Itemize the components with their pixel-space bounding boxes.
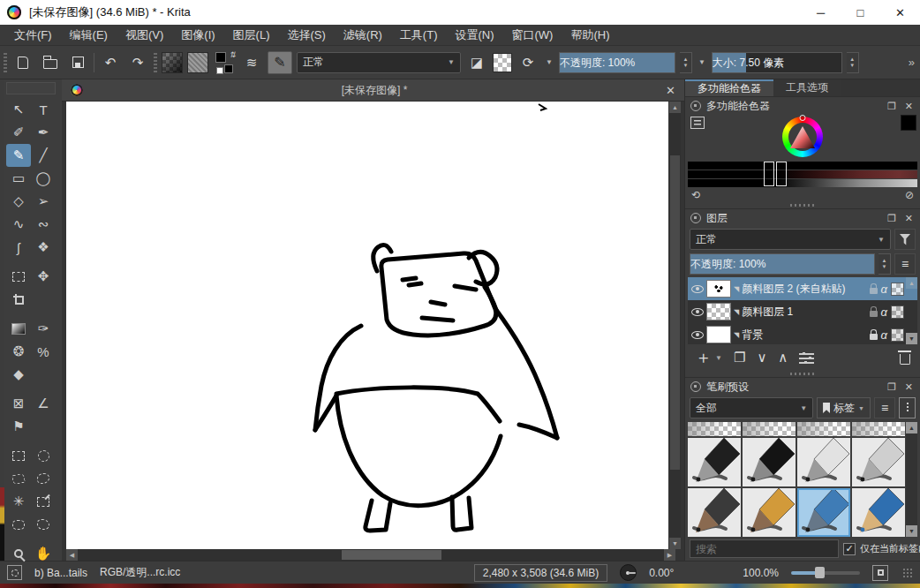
pattern-chooser-button[interactable] (187, 52, 208, 73)
scroll-up-icon[interactable]: ▲ (669, 102, 681, 113)
layer-row-1[interactable]: ◥颜料图层 2 (来自粘贴)α (688, 277, 917, 300)
layer-thumbnail[interactable] (706, 303, 731, 320)
eraser-mode-button[interactable]: ◪ (465, 51, 488, 74)
maximize-button[interactable]: □ (841, 0, 880, 25)
brush-size-slider[interactable]: 大小: 7.50 像素 (712, 52, 842, 73)
docker-lock-icon[interactable] (690, 101, 701, 111)
preserve-alpha-button[interactable] (493, 53, 512, 72)
docker-float-icon[interactable]: ❐ (886, 101, 898, 112)
brush-preset-eraser-thumbnail[interactable] (743, 422, 796, 436)
layer-alpha-lock-icon[interactable] (870, 288, 878, 294)
move-layer-up-button[interactable]: ∧ (778, 350, 788, 366)
toolbox-header[interactable] (6, 82, 56, 94)
brush-preset-thumbnail[interactable] (797, 438, 850, 486)
zoom-slider-handle[interactable] (815, 567, 825, 578)
scroll-down-icon[interactable]: ▼ (906, 525, 917, 537)
line-tool[interactable]: ╱ (31, 144, 56, 167)
canvas-angle[interactable]: 0.00° (649, 567, 674, 579)
reference-images-tool[interactable]: ⚑ (6, 415, 31, 438)
docker-close-icon[interactable]: ✕ (903, 213, 915, 224)
scroll-left-icon[interactable]: ◀ (66, 549, 78, 561)
freehand-path-tool[interactable]: ∾ (31, 213, 56, 236)
duplicate-layer-button[interactable]: ❐ (734, 350, 745, 366)
layer-list-scrollbar[interactable]: ▲▼ (906, 277, 917, 344)
color-sampler-tool[interactable]: ✑ (31, 317, 56, 340)
window-resize-grip[interactable] (902, 568, 913, 578)
display-mode-button[interactable] (899, 397, 916, 418)
menu-item-7[interactable]: 滤镜(R) (335, 25, 391, 46)
swap-colors-icon[interactable]: ⇅ (229, 50, 236, 59)
dynamic-brush-tool[interactable]: ʃ (6, 236, 31, 259)
layer-alpha-inherit-icon[interactable] (891, 305, 904, 319)
scroll-right-icon[interactable]: ▶ (664, 549, 675, 561)
background-color-swatch[interactable] (224, 64, 233, 73)
select-by-color-tool[interactable] (31, 490, 56, 513)
delete-layer-button[interactable] (900, 354, 910, 365)
current-brush-name[interactable]: b) Ba...tails (34, 567, 87, 579)
tag-button[interactable]: 标签 ▼ (817, 397, 871, 418)
layer-alpha-inherit-icon[interactable] (891, 328, 904, 342)
bezier-curve-tool[interactable]: ∿ (6, 213, 31, 236)
close-button[interactable]: ✕ (880, 0, 920, 25)
open-document-button[interactable] (39, 51, 62, 74)
layer-lock-icon[interactable] (870, 334, 878, 340)
canvas-horizontal-scrollbar[interactable]: ◀ ▶ (66, 549, 675, 561)
menu-item-3[interactable]: 视图(V) (117, 25, 172, 46)
brush-preset-thumbnail[interactable] (743, 438, 796, 486)
layer-alpha-inherit-icon[interactable] (891, 283, 904, 296)
scroll-down-icon[interactable]: ▼ (669, 538, 681, 549)
layer-row-2[interactable]: ◥颜料图层 1α (688, 300, 917, 323)
toolbar-drag-handle[interactable] (4, 53, 7, 72)
scroll-up-icon[interactable]: ▲ (906, 277, 917, 289)
horizontal-scroll-thumb[interactable] (342, 550, 441, 560)
move-layer-down-button[interactable]: ∨ (757, 350, 766, 366)
layer-visibility-icon[interactable] (691, 308, 704, 316)
image-size-info[interactable]: 2,480 x 3,508 (34.6 MiB) (474, 564, 607, 582)
calligraphy-tool[interactable]: ✒ (31, 121, 56, 144)
selection-mode-icon[interactable] (7, 565, 22, 580)
brush-grid-scrollbar[interactable]: ▲ ▼ (906, 422, 917, 537)
layer-visibility-icon[interactable] (691, 331, 704, 339)
brush-preset-thumbnail[interactable] (743, 488, 796, 537)
canvas[interactable] (66, 102, 668, 549)
tab-tool-options[interactable]: 工具选项 (773, 79, 841, 96)
tab-advanced-color-selector[interactable]: 多功能拾色器 (685, 79, 773, 96)
refresh-colors-icon[interactable]: ⟲ (691, 189, 700, 201)
layer-alpha-icon[interactable]: α (881, 328, 887, 342)
canvas-vertical-scrollbar[interactable]: ▲ ▼ (669, 102, 681, 549)
new-document-button[interactable] (11, 51, 34, 74)
layer-filter-button[interactable] (894, 229, 916, 250)
elliptical-selection-tool[interactable] (31, 444, 56, 467)
redo-button[interactable]: ↷ (126, 51, 149, 74)
zoom-slider[interactable] (791, 571, 860, 575)
layer-alpha-lock-icon[interactable] (870, 311, 878, 317)
polygonal-selection-tool[interactable] (6, 467, 31, 490)
docker-resize-grip[interactable] (688, 202, 917, 208)
color-history-bars[interactable] (688, 162, 917, 187)
multibrush-tool[interactable]: ❖ (31, 236, 56, 259)
layer-name[interactable]: 颜料图层 1 (742, 305, 866, 320)
layer-alpha-icon[interactable]: α (881, 305, 887, 319)
foreground-color-swatch[interactable] (215, 52, 226, 63)
layer-menu-button[interactable]: ≡ (894, 253, 916, 275)
edit-brush-settings-button[interactable]: ✎ (268, 51, 292, 74)
similar-color-selection-tool[interactable]: ✳ (6, 490, 31, 513)
menu-item-11[interactable]: 帮助(H) (562, 25, 618, 46)
choose-brush-preset-button[interactable]: ≋ (240, 51, 263, 74)
toolbar-drag-handle[interactable] (154, 53, 157, 72)
polygon-tool[interactable]: ◇ (6, 190, 31, 213)
menu-item-8[interactable]: 工具(T) (391, 25, 447, 46)
undo-button[interactable]: ↶ (99, 51, 122, 74)
minimize-button[interactable]: ─ (801, 0, 841, 25)
color-wheel[interactable] (782, 117, 823, 157)
chevron-down-icon[interactable]: ▼ (697, 58, 707, 66)
color-profile[interactable]: RGB/透明...rc.icc (100, 565, 180, 580)
scroll-down-icon[interactable]: ▼ (906, 333, 917, 344)
brush-preset-eraser-thumbnail[interactable] (797, 422, 850, 436)
toolbar-overflow-button[interactable]: » (909, 56, 916, 69)
ellipse-tool[interactable]: ◯ (31, 167, 56, 190)
pan-tool[interactable]: ✋ (31, 542, 56, 565)
magnetic-selection-tool[interactable] (31, 513, 56, 536)
brush-preset-thumbnail-selected[interactable] (797, 488, 850, 537)
layer-row-3[interactable]: ◥背景α (688, 323, 917, 344)
